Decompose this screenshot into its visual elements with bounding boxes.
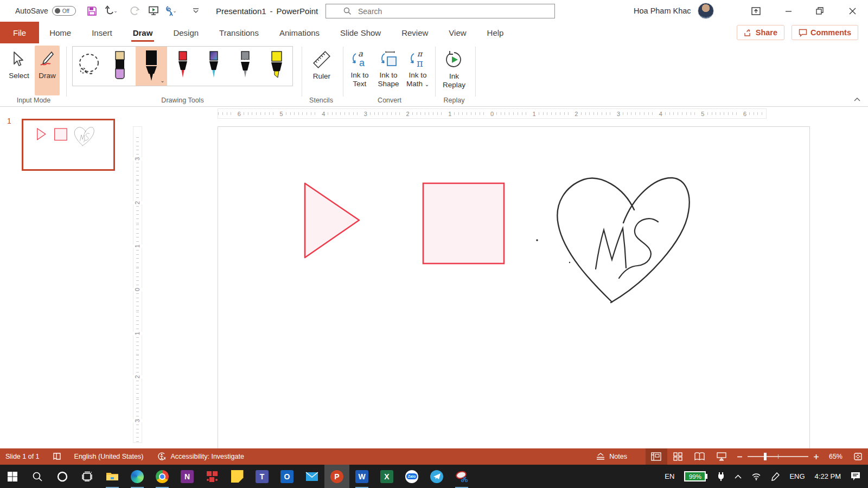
search-input[interactable]: Search [326,4,555,18]
undo-dropdown-chevron[interactable]: ⌄ [113,8,118,14]
avatar[interactable] [698,3,714,19]
mail-button[interactable] [299,465,324,488]
start-button[interactable] [0,465,25,488]
clock[interactable]: 4:22 PM [810,465,845,488]
teams-button[interactable]: T [250,465,275,488]
telegram-button[interactable] [424,465,449,488]
normal-view-button[interactable] [646,448,667,465]
highlighter-tool[interactable] [261,47,292,86]
zoom-in-icon[interactable] [813,454,819,460]
zoom-out-icon[interactable] [737,454,743,460]
zoom-track[interactable] [748,456,808,457]
power-plug-indicator[interactable] [713,465,729,488]
vertical-ruler[interactable]: 3210123 [133,126,142,443]
select-tool-button[interactable]: Select [7,46,31,95]
lasso-select-tool[interactable] [73,47,104,86]
slide-canvas[interactable] [218,126,810,448]
customize-qat-button[interactable] [187,0,205,22]
account-area[interactable]: Hoa Pham Khac [634,0,714,22]
tab-home[interactable]: Home [39,22,81,43]
horizontal-ruler[interactable]: 6543210123456 [218,108,767,119]
onenote-button[interactable]: N [175,465,200,488]
tab-file[interactable]: File [0,22,39,43]
action-center-button[interactable] [846,465,865,488]
slide-indicator[interactable]: Slide 1 of 1 [0,448,45,465]
zalo-button[interactable]: Zalo [399,465,424,488]
sticky-notes-button[interactable] [225,465,250,488]
ribbon-separator [343,47,343,97]
collapse-ribbon-button[interactable] [854,95,860,103]
autosave-control[interactable]: AutoSave Off [15,0,76,22]
comments-button[interactable]: Comments [792,25,858,40]
eraser-tool[interactable] [104,47,136,86]
battery-indicator[interactable]: 99% [680,465,712,488]
zoom-handle[interactable] [764,453,767,460]
outlook-button[interactable]: O [275,465,299,488]
ruler-button[interactable]: Ruler [307,46,336,81]
tab-design[interactable]: Design [163,22,209,43]
ink-replay-button[interactable]: Ink Replay [438,46,470,89]
cortana-button[interactable] [50,465,75,488]
zoom-slider[interactable] [737,454,819,460]
slide-thumbnail[interactable] [22,119,115,171]
ribbon-draw-tab-panel: Select Draw Input Mode ⌄ Drawing Tools [0,43,868,107]
ink-to-math-chevron[interactable]: ⌄ [425,81,429,87]
word-button[interactable]: W [349,465,374,488]
zoom-level[interactable]: 65% [824,448,848,465]
excel-button[interactable]: X [374,465,399,488]
tab-slide-show[interactable]: Slide Show [330,22,391,43]
language-badge[interactable]: EN [660,465,679,488]
pen-black-tool[interactable]: ⌄ [136,47,167,86]
ink-to-math-button[interactable]: ππ Ink to Math ⌄ [404,46,432,88]
restore-button[interactable] [807,0,832,22]
touch-draw-chevron[interactable]: ⌄ [173,8,177,14]
tab-insert[interactable]: Insert [81,22,123,43]
powerpoint-button[interactable]: P [324,465,349,488]
language-status[interactable]: English (United States) [69,448,149,465]
app-tiles-button[interactable] [200,465,225,488]
draw-tool-button[interactable]: Draw [35,46,60,95]
pen-settings-indicator[interactable] [767,465,784,488]
task-view-button[interactable] [75,465,100,488]
fit-slide-button[interactable] [848,448,868,465]
group-label-replay: Replay [434,97,474,104]
tab-review[interactable]: Review [391,22,438,43]
share-button[interactable]: Share [737,25,784,40]
autosave-toggle[interactable]: Off [52,6,76,16]
slide-show-view-button[interactable] [711,448,732,465]
close-button[interactable] [840,0,865,22]
chrome-button[interactable] [150,465,175,488]
pen-red-tool[interactable] [167,47,199,86]
taskbar-search-button[interactable] [25,465,50,488]
ink-to-shape-button[interactable]: Ink to Shape [374,46,403,88]
reading-view-button[interactable] [689,448,711,465]
start-slideshow-button[interactable] [144,0,163,22]
tab-transitions[interactable]: Transitions [209,22,269,43]
pen-options-chevron[interactable]: ⌄ [160,78,164,84]
tab-draw[interactable]: Draw [123,22,163,43]
undo-button[interactable]: ⌄ [102,0,120,22]
redo-button[interactable] [126,0,144,22]
snipping-tool-button[interactable] [449,465,474,488]
ink-to-text-button[interactable]: aa Ink to Text [346,46,373,88]
touch-draw-button[interactable]: ⌄ [162,0,180,22]
save-button[interactable] [82,0,101,22]
pencil-tool[interactable] [229,47,261,86]
ribbon-display-options-button[interactable] [743,0,768,22]
pen-galaxy-tool[interactable] [198,47,229,86]
tab-animations[interactable]: Animations [269,22,330,43]
notes-button[interactable]: Notes [590,448,633,465]
input-language-indicator[interactable]: ENG [785,465,809,488]
edge-button[interactable] [125,465,150,488]
wifi-indicator[interactable] [747,465,765,488]
slide-sorter-view-button[interactable] [667,448,689,465]
eraser-icon [113,50,127,82]
minimize-button[interactable] [776,0,801,22]
minimize-icon [785,8,792,15]
file-explorer-button[interactable] [100,465,125,488]
spell-check-button[interactable] [45,448,69,465]
tab-view[interactable]: View [438,22,476,43]
accessibility-status[interactable]: Accessibility: Investigate [149,448,249,465]
show-hidden-icons-button[interactable] [730,465,746,488]
tab-help[interactable]: Help [477,22,514,43]
